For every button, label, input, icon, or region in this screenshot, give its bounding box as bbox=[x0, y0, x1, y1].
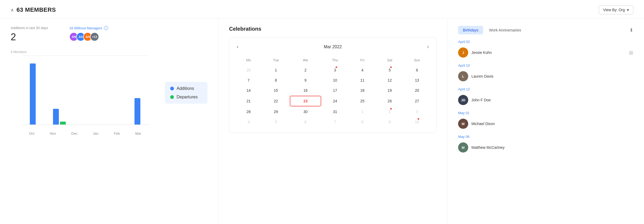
cal-cell[interactable]: 25 bbox=[349, 96, 376, 106]
cal-cell[interactable]: 3 bbox=[322, 65, 349, 75]
cal-cell[interactable]: 6 bbox=[290, 117, 321, 127]
person-avatar: L bbox=[458, 71, 468, 81]
cal-cell[interactable]: 10 bbox=[322, 75, 349, 85]
x-label-jan: Jan bbox=[93, 131, 99, 135]
cal-cell[interactable]: 27 bbox=[403, 96, 430, 106]
cal-cell[interactable]: 22 bbox=[263, 96, 290, 106]
cal-cell[interactable]: 3 bbox=[403, 107, 430, 117]
col-tue: Tue bbox=[263, 57, 290, 65]
legend-additions: Additions bbox=[170, 86, 202, 91]
celebration-date: April 10 bbox=[458, 63, 633, 67]
cal-cell[interactable]: 10 bbox=[403, 117, 430, 127]
date-section: April 02JJessie Kuhn▦ bbox=[458, 40, 633, 59]
page-title: 63 MEMBERS bbox=[17, 6, 56, 13]
chart-baseline bbox=[21, 125, 149, 125]
x-label-feb: Feb bbox=[114, 131, 120, 135]
person-row: JDJohn F Doe bbox=[458, 93, 633, 107]
col-mo: Mo bbox=[235, 57, 262, 65]
next-month-button[interactable]: › bbox=[425, 43, 431, 51]
chart-legend: Additions Departures bbox=[165, 82, 207, 104]
person-avatar: M bbox=[458, 119, 468, 129]
without-managers-link[interactable]: 16 Without Managers i bbox=[69, 26, 108, 30]
cal-cell[interactable]: 30 bbox=[290, 107, 321, 117]
cal-cell[interactable]: 28 bbox=[235, 65, 262, 75]
legend-dot-departures bbox=[170, 95, 174, 99]
tab-birthdays[interactable]: Birthdays bbox=[458, 26, 483, 34]
tab-anniversaries[interactable]: Work Anniversaries bbox=[484, 26, 526, 34]
x-label-oct: Oct bbox=[29, 131, 34, 135]
cal-cell[interactable]: 4 bbox=[349, 65, 376, 75]
cal-cell[interactable]: 24 bbox=[322, 96, 349, 106]
legend-departures-label: Departures bbox=[177, 95, 198, 99]
cal-cell[interactable]: 17 bbox=[322, 86, 349, 95]
cal-cell[interactable]: 26 bbox=[376, 96, 403, 106]
cal-cell[interactable]: 11 bbox=[349, 75, 376, 85]
without-managers-text: 16 Without Managers bbox=[69, 26, 102, 30]
person-row: JJessie Kuhn▦ bbox=[458, 46, 633, 59]
cal-cell[interactable]: 8 bbox=[263, 75, 290, 85]
view-by-button[interactable]: View By: Org ▾ bbox=[599, 5, 633, 14]
cal-cell[interactable]: 20 bbox=[403, 86, 430, 95]
cal-cell[interactable]: 7 bbox=[322, 117, 349, 127]
avatar-plus13: +13 bbox=[90, 32, 99, 41]
bar-group-oct bbox=[30, 63, 36, 125]
calendar-card: ‹ Mar 2022 › Mo Tue We Thu Fri Sat Sun bbox=[229, 37, 437, 133]
calendar-icon[interactable]: ▦ bbox=[629, 50, 633, 55]
cal-cell[interactable]: 9 bbox=[290, 75, 321, 85]
col-we: We bbox=[290, 57, 321, 65]
cal-cell[interactable]: 2 bbox=[290, 65, 321, 75]
legend-dot-additions bbox=[170, 87, 174, 90]
bar-group-mar bbox=[134, 98, 140, 125]
cal-cell[interactable]: 9 bbox=[376, 117, 403, 127]
cal-cell[interactable]: 15 bbox=[263, 86, 290, 95]
cal-cell[interactable]: 14 bbox=[235, 86, 262, 95]
cal-cell[interactable]: 29 bbox=[263, 107, 290, 117]
celebration-date: April 02 bbox=[458, 40, 633, 44]
col-sat: Sat bbox=[376, 57, 403, 65]
main-content: Additions in last 30 days 2 16 Without M… bbox=[0, 18, 644, 224]
left-panel: Additions in last 30 days 2 16 Without M… bbox=[0, 18, 218, 224]
date-section: April 10LLauren Davis bbox=[458, 63, 633, 83]
cal-cell[interactable]: 5 bbox=[263, 117, 290, 127]
event-dot bbox=[390, 66, 392, 68]
cal-cell[interactable]: 5 bbox=[376, 65, 403, 75]
additions-stat: Additions in last 30 days 2 bbox=[11, 26, 48, 43]
col-fri: Fri bbox=[349, 57, 376, 65]
download-icon[interactable]: ⬇ bbox=[629, 27, 633, 33]
cal-cell[interactable]: 2 bbox=[376, 107, 403, 117]
cal-cell[interactable]: 21 bbox=[235, 96, 262, 106]
celebrations-title: Celebrations bbox=[229, 26, 437, 32]
cal-cell[interactable]: 12 bbox=[376, 75, 403, 85]
cal-cell[interactable]: 28 bbox=[235, 107, 262, 117]
cal-cell[interactable]: 31 bbox=[322, 107, 349, 117]
person-name: Jessie Kuhn bbox=[471, 50, 492, 55]
col-sun: Sun bbox=[403, 57, 430, 65]
header: ∧ 63 MEMBERS View By: Org ▾ bbox=[0, 0, 644, 18]
cal-cell[interactable]: 23 bbox=[290, 96, 321, 106]
cal-cell[interactable]: 6 bbox=[403, 65, 430, 75]
cal-cell[interactable]: 8 bbox=[349, 117, 376, 127]
stats-row: Additions in last 30 days 2 16 Without M… bbox=[11, 26, 207, 43]
cal-cell[interactable]: 19 bbox=[376, 86, 403, 95]
cal-cell[interactable]: 7 bbox=[235, 75, 262, 85]
collapse-icon[interactable]: ∧ bbox=[11, 7, 14, 13]
person-name: Lauren Davis bbox=[471, 74, 494, 78]
calendar-header: ‹ Mar 2022 › bbox=[235, 43, 431, 51]
person-row: MMichael Dixon bbox=[458, 117, 633, 130]
chart-area: 8 Members bbox=[11, 50, 207, 135]
person-name: John F Doe bbox=[471, 98, 491, 102]
calendar-month: Mar 2022 bbox=[324, 45, 342, 49]
cal-cell[interactable]: 4 bbox=[235, 117, 262, 127]
cal-cell[interactable]: 1 bbox=[263, 65, 290, 75]
cal-cell[interactable]: 18 bbox=[349, 86, 376, 95]
event-dot bbox=[390, 108, 392, 110]
y-axis-label: 8 Members bbox=[11, 50, 27, 54]
event-dot bbox=[336, 66, 337, 68]
cal-cell[interactable]: 1 bbox=[349, 107, 376, 117]
legend-departures: Departures bbox=[170, 95, 202, 99]
cal-cell[interactable]: 13 bbox=[403, 75, 430, 85]
calendar-grid: Mo Tue We Thu Fri Sat Sun 28123456789101… bbox=[235, 56, 431, 127]
prev-month-button[interactable]: ‹ bbox=[235, 43, 241, 51]
event-dot bbox=[418, 118, 419, 120]
cal-cell[interactable]: 16 bbox=[290, 86, 321, 95]
